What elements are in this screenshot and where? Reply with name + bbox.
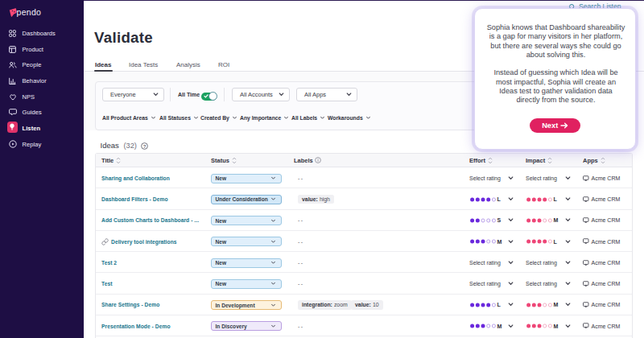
svg-text:?: ?: [143, 143, 147, 148]
